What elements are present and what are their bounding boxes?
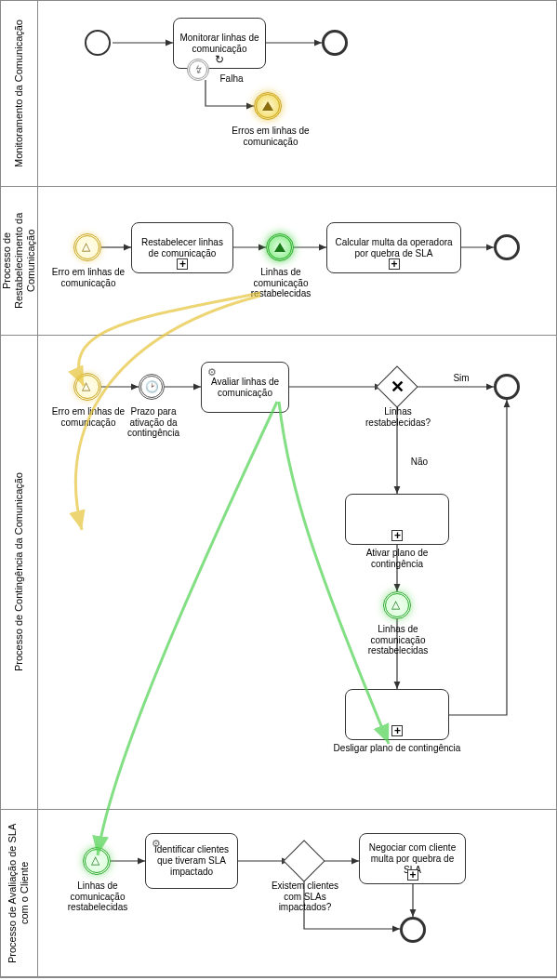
signal-catch-start bbox=[73, 233, 101, 261]
signal-throw-intermediate bbox=[266, 233, 294, 261]
end-event bbox=[322, 30, 348, 56]
subprocess-icon bbox=[391, 530, 403, 541]
task-desligar-contingencia bbox=[345, 689, 449, 740]
timer-label: Prazo para ativação da contingência bbox=[116, 406, 191, 439]
loop-icon: ↻ bbox=[215, 53, 224, 66]
gateway-restabelecidas: ✕ bbox=[376, 365, 418, 407]
boundary-error-event bbox=[187, 59, 209, 81]
lane-title: Processo de Avaliação de SLA com o Clien… bbox=[7, 810, 31, 976]
task-identificar: ⚙ Identificar clientes que tiveram SLA i… bbox=[145, 833, 238, 889]
signal-catch-intermediate bbox=[383, 591, 411, 619]
lane-title: Processo de Restabelecimento da Comunica… bbox=[1, 187, 38, 335]
subprocess-icon bbox=[391, 725, 403, 736]
lane-header: Monitoramento da Comunicação bbox=[1, 1, 38, 186]
signal-label: Linhas de comunicação restabelecidas bbox=[60, 881, 135, 913]
task-ativar-contingencia bbox=[345, 494, 449, 545]
lane-content: Erro em linhas de comunicação Restabelec… bbox=[38, 187, 556, 335]
gear-icon: ⚙ bbox=[207, 366, 217, 378]
end-event bbox=[494, 374, 520, 400]
lane-title: Monitoramento da Comunicação bbox=[13, 12, 25, 175]
task-avaliar: ⚙ Avaliar linhas de comunicação bbox=[201, 362, 289, 413]
task-negociar: Negociar com cliente multa por quebra de… bbox=[359, 833, 466, 884]
start-event bbox=[85, 30, 111, 56]
gateway-no-label: Não bbox=[405, 457, 433, 468]
timer-event bbox=[139, 374, 165, 400]
task-label: Calcular multa da operadora por quebra d… bbox=[331, 237, 457, 259]
signal-catch-start bbox=[73, 373, 101, 401]
task-label: Desligar plano de contingência bbox=[332, 743, 462, 754]
task-label: Monitorar linhas de comunicação bbox=[178, 33, 261, 55]
bpmn-diagram: Monitoramento da Comunicação bbox=[0, 0, 557, 978]
gateway-label: Existem clientes com SLAs impactados? bbox=[269, 881, 341, 913]
signal-label: Linhas de comunicação restabelecidas bbox=[358, 624, 438, 656]
triangle-icon bbox=[82, 382, 93, 391]
task-restabelecer: Restabelecer linhas de comunicação bbox=[131, 222, 233, 273]
triangle-icon bbox=[274, 243, 285, 252]
gateway-yes-label: Sim bbox=[447, 373, 475, 384]
gear-icon: ⚙ bbox=[152, 838, 161, 850]
triangle-icon bbox=[82, 243, 93, 252]
lane-header: Processo de Restabelecimento da Comunica… bbox=[1, 187, 38, 335]
lane-title: Processo de Contingência da Comunicação bbox=[13, 465, 25, 679]
signal-label: Linhas de comunicação restabelecidas bbox=[241, 267, 321, 299]
lane-content: Monitorar linhas de comunicação ↻ Falha … bbox=[38, 1, 556, 186]
signal-label: Erro em linhas de comunicação bbox=[51, 406, 126, 428]
lane-header: Processo de Contingência da Comunicação bbox=[1, 336, 38, 809]
triangle-icon bbox=[262, 101, 273, 111]
lane-restabelecimento: Processo de Restabelecimento da Comunica… bbox=[1, 187, 556, 336]
signal-label: Erros em linhas de comunicação bbox=[229, 126, 312, 147]
boundary-label: Falha bbox=[213, 73, 250, 85]
lane-content: Erro em linhas de comunicação Prazo para… bbox=[38, 336, 556, 809]
lane-avaliacao-sla: Processo de Avaliação de SLA com o Clien… bbox=[1, 810, 556, 977]
task-label: Avaliar linhas de comunicação bbox=[206, 377, 285, 399]
signal-label: Erro em linhas de comunicação bbox=[51, 267, 126, 288]
task-label: Ativar plano de contingência bbox=[341, 548, 453, 569]
subprocess-icon bbox=[407, 869, 418, 881]
triangle-icon bbox=[391, 601, 403, 610]
signal-catch-start bbox=[83, 847, 111, 875]
task-label: Restabelecer linhas de comunicação bbox=[136, 237, 229, 259]
signal-throw-event bbox=[254, 92, 282, 120]
subprocess-icon bbox=[177, 258, 188, 270]
gateway-existem-clientes bbox=[283, 840, 325, 881]
gateway-label: Linhas restabelecidas? bbox=[365, 406, 431, 428]
task-monitorar: Monitorar linhas de comunicação ↻ bbox=[173, 18, 266, 69]
lane-content: Linhas de comunicação restabelecidas ⚙ I… bbox=[38, 810, 556, 976]
lane-header: Processo de Avaliação de SLA com o Clien… bbox=[1, 810, 38, 976]
lane-monitoramento: Monitoramento da Comunicação bbox=[1, 1, 556, 187]
lane-contingencia: Processo de Contingência da Comunicação … bbox=[1, 336, 556, 810]
end-event bbox=[400, 917, 426, 943]
x-icon: ✕ bbox=[391, 377, 404, 397]
triangle-icon bbox=[91, 856, 102, 866]
end-event bbox=[494, 234, 520, 260]
task-calcular-multa: Calcular multa da operadora por quebra d… bbox=[326, 222, 461, 273]
subprocess-icon bbox=[389, 258, 400, 270]
task-label: Identificar clientes que tiveram SLA imp… bbox=[150, 844, 233, 878]
